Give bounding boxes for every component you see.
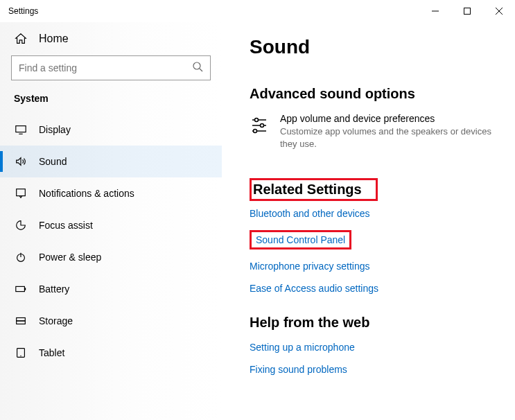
- svg-rect-11: [16, 286, 25, 291]
- svg-point-22: [254, 130, 257, 133]
- svg-rect-6: [16, 126, 26, 132]
- svg-rect-8: [17, 189, 26, 196]
- window-title: Settings: [8, 6, 38, 16]
- svg-rect-14: [17, 321, 26, 324]
- section-label: System: [0, 93, 222, 114]
- nav-label: Display: [39, 124, 71, 135]
- content: Sound Advanced sound options App volume …: [222, 22, 515, 420]
- svg-point-4: [193, 62, 200, 69]
- advanced-heading: Advanced sound options: [250, 86, 498, 102]
- pref-desc: Customize app volumes and the speakers o…: [280, 125, 498, 150]
- nav-label: Storage: [39, 315, 73, 326]
- help-heading: Help from the web: [250, 315, 498, 331]
- display-icon: [14, 123, 28, 137]
- sidebar-item-display[interactable]: Display: [0, 114, 222, 146]
- sidebar-item-storage[interactable]: Storage: [0, 305, 222, 337]
- storage-icon: [14, 314, 28, 328]
- svg-point-18: [255, 119, 259, 122]
- sliders-icon: [250, 114, 269, 134]
- search-box[interactable]: [11, 55, 211, 80]
- close-icon: [496, 8, 503, 15]
- maximize-icon: [464, 8, 471, 15]
- link-mic-privacy[interactable]: Microphone privacy settings: [250, 261, 498, 272]
- sidebar-item-notifications[interactable]: Notifications & actions: [0, 177, 222, 209]
- window-controls: [419, 0, 515, 22]
- minimize-button[interactable]: [419, 0, 451, 22]
- link-fix-sound[interactable]: Fixing sound problems: [250, 364, 498, 375]
- focus-icon: [14, 218, 28, 232]
- search-input[interactable]: [19, 62, 192, 73]
- nav-label: Battery: [39, 283, 69, 295]
- sidebar-item-focus[interactable]: Focus assist: [0, 209, 222, 241]
- svg-point-20: [261, 124, 264, 128]
- nav-label: Sound: [39, 156, 67, 167]
- power-icon: [14, 250, 28, 264]
- home-nav[interactable]: Home: [0, 22, 222, 55]
- sound-icon: [14, 155, 28, 168]
- notifications-icon: [14, 186, 28, 200]
- home-icon: [14, 32, 28, 46]
- app-volume-pref[interactable]: App volume and device preferences Custom…: [250, 113, 498, 150]
- titlebar: Settings: [0, 0, 515, 22]
- svg-line-5: [200, 69, 202, 71]
- svg-point-16: [20, 356, 21, 356]
- highlight-box: Related Settings: [250, 178, 378, 201]
- svg-rect-1: [464, 8, 471, 15]
- sidebar-item-power[interactable]: Power & sleep: [0, 241, 222, 273]
- battery-icon: [14, 282, 28, 296]
- tablet-icon: [14, 346, 28, 360]
- pref-title: App volume and device preferences: [280, 113, 498, 124]
- highlight-box: Sound Control Panel: [250, 230, 351, 250]
- sidebar-item-sound[interactable]: Sound: [0, 146, 222, 177]
- svg-rect-13: [17, 318, 26, 322]
- sidebar: Home System Display Sound Notifications …: [0, 22, 222, 420]
- minimize-icon: [432, 8, 439, 15]
- sidebar-item-tablet[interactable]: Tablet: [0, 337, 222, 369]
- svg-rect-12: [24, 288, 26, 290]
- link-ease-access[interactable]: Ease of Access audio settings: [250, 283, 498, 294]
- nav-label: Notifications & actions: [39, 188, 134, 199]
- page-title: Sound: [250, 36, 498, 58]
- link-setup-mic[interactable]: Setting up a microphone: [250, 342, 498, 353]
- nav-label: Focus assist: [39, 220, 93, 231]
- maximize-button[interactable]: [451, 0, 483, 22]
- sidebar-item-battery[interactable]: Battery: [0, 273, 222, 305]
- nav-label: Power & sleep: [39, 252, 101, 263]
- link-bluetooth[interactable]: Bluetooth and other devices: [250, 208, 498, 219]
- link-sound-control-panel[interactable]: Sound Control Panel: [256, 234, 345, 245]
- close-button[interactable]: [483, 0, 515, 22]
- search-icon: [192, 61, 203, 75]
- nav-label: Tablet: [39, 347, 64, 358]
- home-label: Home: [39, 33, 69, 45]
- related-heading: Related Settings: [253, 182, 362, 198]
